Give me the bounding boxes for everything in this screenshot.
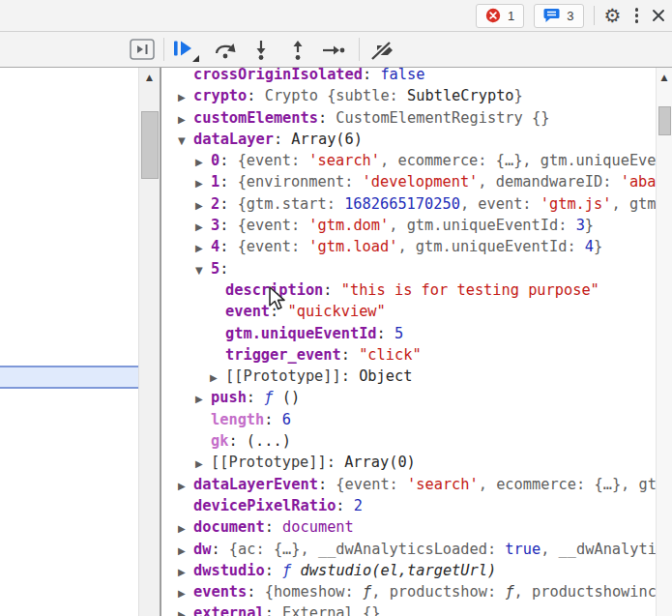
resume-script-icon[interactable] [173,40,194,57]
property-value-segment: {event: [238,217,309,234]
deactivate-breakpoints-icon[interactable] [369,40,396,61]
chevron-right-icon[interactable]: ▶ [210,367,225,389]
chevron-right-icon[interactable]: ▶ [195,152,211,173]
property-value-segment: false [380,68,424,83]
page-scrollbar[interactable]: ▲ [138,68,160,616]
property-value-segment: : [247,87,264,104]
property-value-segment: {environment: [238,173,363,191]
scroll-up-icon[interactable]: ▲ [657,68,672,87]
property-value-segment: : [211,541,228,558]
chevron-down-icon[interactable]: ▼ [178,131,193,152]
chevron-right-icon[interactable]: ▶ [178,109,193,131]
chevron-right-icon[interactable]: ▶ [195,195,211,217]
property-value-segment: 2 [354,497,363,514]
property-value-segment: , ecommerce: {…}, gt [479,476,656,493]
tree-row[interactable]: ▶push: ƒ () [161,387,656,408]
chevron-right-icon[interactable]: ▶ [178,541,193,562]
messages-count-badge[interactable]: 3 [534,4,583,28]
step-out-icon[interactable] [290,40,306,60]
property-value-segment: ƒ [505,583,513,601]
tree-row[interactable]: description: "this is for testing purpos… [161,279,656,301]
property-value-segment: : [323,281,340,299]
tree-row[interactable]: ▶3: {event: 'gtm.dom', gtm.uniqueEventId… [161,215,656,236]
property-value-segment: } [585,217,594,234]
tree-row[interactable]: ▶0: {event: 'search', ecommerce: {…}, gt… [161,150,656,171]
property-value-segment: , productshow: [371,583,505,601]
scroll-up-icon[interactable]: ▲ [139,68,160,87]
tree-row[interactable]: ▶crypto: Crypto {subtle: SubtleCrypto} [161,85,656,106]
chevron-right-icon[interactable]: ▶ [195,389,211,410]
chevron-right-icon[interactable]: ▶ [195,173,211,194]
property-value-segment: : [228,432,246,450]
property-value-segment: 'gtm.js' [541,195,612,213]
chevron-right-icon[interactable]: ▶ [195,217,211,238]
property-value-segment: 'search' [308,152,380,169]
tree-row[interactable]: event: "quickview" [161,301,656,322]
tree-row[interactable]: length: 6 [161,409,656,430]
page-selected-row[interactable] [0,366,138,389]
property-name: dwstudio [193,562,265,579]
tree-row[interactable]: ▶events: {homeshow: ƒ, productshow: ƒ, p… [161,581,656,602]
resume-dropdown-corner-icon[interactable] [192,55,199,62]
chevron-right-icon[interactable]: ▶ [195,454,211,475]
property-value-segment: : [247,389,264,406]
property-name: crypto [193,87,247,104]
property-value-segment: : [265,518,282,536]
chevron-right-icon[interactable]: ▶ [178,604,193,616]
tree-row[interactable]: ▶[[Prototype]]: Array(0) [161,452,656,473]
page-viewport[interactable] [0,68,138,616]
tree-row[interactable]: ▼dataLayer: Array(6) [161,129,656,150]
tree-row[interactable]: ▶dataLayerEvent: {event: 'search', ecomm… [161,474,656,495]
overflow-menu-icon[interactable] [631,8,643,23]
tree-row[interactable]: ▶2: {gtm.start: 1682665170250, event: 'g… [161,193,656,215]
property-value-segment: : [219,217,237,234]
property-value-segment: : [219,173,237,191]
chevron-right-icon[interactable]: ▶ [178,518,193,540]
tree-row[interactable]: devicePixelRatio: 2 [161,495,656,516]
property-value-segment: "quickview" [287,303,385,320]
chevron-right-icon[interactable]: ▶ [178,562,193,583]
chevron-right-icon[interactable]: ▶ [178,476,193,497]
step-into-icon[interactable] [253,40,269,60]
property-value-segment: {gtm.start: [238,195,345,213]
tree-row[interactable]: ▶dw: {ac: {…}, __dwAnalyticsLoaded: true… [161,539,656,560]
step-over-icon[interactable] [214,41,237,60]
toolbar-separator [359,38,360,61]
property-value-segment: "this is for testing purpose" [341,281,599,299]
tree-row[interactable]: ▶document: document [161,516,656,538]
property-value-segment: Array(6) [291,131,363,148]
tree-row[interactable]: crossOriginIsolated: false [161,68,656,85]
property-name: document [193,518,265,536]
tree-row[interactable]: ▶dwstudio: ƒ dwstudio(el,targetUrl) [161,560,656,581]
property-value-segment: {event: [238,152,309,169]
tree-row[interactable]: trigger_event: "click" [161,344,656,366]
tree-row[interactable]: ▶customElements: CustomElementRegistry {… [161,107,656,129]
chevron-right-icon[interactable]: ▶ [195,238,211,259]
tree-row[interactable]: ▶[[Prototype]]: Object [161,366,656,387]
chevron-right-icon[interactable]: ▶ [178,583,193,604]
step-icon[interactable] [322,43,345,58]
devtools-top-toolbar: 1 3 ⚙ [0,0,672,32]
tree-row[interactable]: gk: (...) [161,430,656,452]
property-value-segment: : [336,497,353,514]
tree-row[interactable]: ▼5: [161,258,656,279]
tree-row[interactable]: gtm.uniqueEventId: 5 [161,323,656,344]
chevron-right-icon[interactable]: ▶ [178,87,193,108]
close-icon[interactable] [652,9,665,22]
property-value-segment: 6 [282,411,291,428]
chevron-down-icon[interactable]: ▼ [195,260,211,281]
toolbar-separator [163,38,164,61]
tree-row[interactable]: ▶4: {event: 'gtm.load', gtm.uniqueEventI… [161,236,656,257]
scrollbar-thumb[interactable] [141,111,159,179]
property-value-segment: 'development' [363,173,479,191]
scope-scrollbar[interactable]: ▲ [656,68,672,616]
property-name: [[Prototype]] [225,367,341,385]
tree-row[interactable]: ▶1: {environment: 'development', demandw… [161,171,656,192]
property-value-segment: document [282,518,354,536]
error-count-badge[interactable]: 1 [476,4,524,28]
scrollbar-thumb[interactable] [658,106,671,135]
tree-row[interactable]: ▶external: External {} [161,602,656,616]
settings-gear-icon[interactable]: ⚙ [604,6,622,25]
toggle-navigator-icon[interactable] [130,39,155,60]
property-name: 1 [211,173,219,191]
